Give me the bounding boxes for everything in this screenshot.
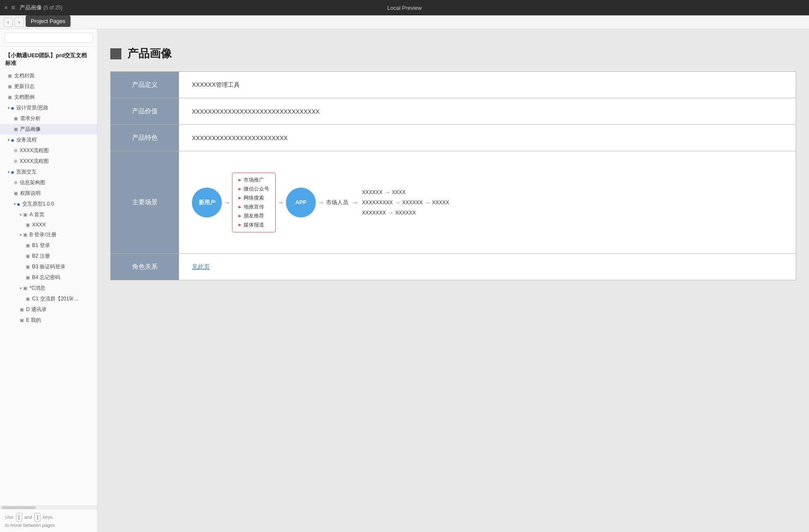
sidebar-item-label: 页面交互 (16, 168, 37, 176)
row-label-role: 角色关系 (111, 254, 179, 280)
sidebar-item-label: C1 交流群【2019/… (32, 295, 79, 303)
page-icon: ▣ (8, 94, 12, 100)
nav-back-button[interactable]: ‹ (3, 18, 13, 27)
toggle-icon: ▾ (20, 232, 22, 237)
sidebar-item-b1[interactable]: ▣ B1 登录 (0, 240, 97, 251)
sidebar-item-biz-flow[interactable]: ▾ ■ 业务流程 (0, 135, 97, 145)
sidebar-search-area (0, 29, 97, 47)
sidebar-item-doc-example[interactable]: ▣ 文档图例 (0, 92, 97, 103)
page-icon: ▣ (26, 222, 30, 228)
sidebar-item-req-analysis[interactable]: ▣ 需求分析 (0, 113, 97, 124)
flow-channel-item-2: 微信公众号 (238, 185, 269, 193)
row-label-value: 产品价值 (111, 98, 179, 125)
sidebar-item-perm-desc[interactable]: ▣ 权限说明 (0, 188, 97, 199)
sidebar-item-update-log[interactable]: ▣ 更新日志 (0, 81, 97, 92)
flow-node-app: APP (286, 188, 316, 218)
search-input[interactable] (4, 32, 93, 43)
page-icon: ▣ (14, 191, 18, 196)
flow-arrow-2: → (277, 199, 284, 206)
page-icon: ▣ (20, 307, 24, 312)
folder-icon: ■ (11, 138, 14, 143)
flow-chain-text: XXXX (392, 189, 406, 195)
sidebar-item-c1[interactable]: ▣ C1 交流群【2019/… (0, 294, 97, 304)
product-table: 产品定义 XXXXXX管理工具 产品价值 XXXXXXXXXXXXXXXXXXX… (110, 71, 796, 280)
key-right: ] (34, 513, 41, 522)
flow-market-person: 市场人员 (326, 199, 348, 206)
project-pages-badge[interactable]: Project Pages (26, 15, 71, 27)
row-content-definition: XXXXXX管理工具 (179, 72, 796, 98)
key-left: [ (16, 513, 22, 522)
hint-text: Use (5, 514, 15, 520)
flow-arrow-1: → (224, 199, 230, 206)
sidebar-item-page-a-home[interactable]: ▾ ▣ A 首页 (0, 209, 97, 220)
sidebar-item-label: 权限说明 (20, 190, 41, 197)
sidebar-item-e[interactable]: ▣ E 我的 (0, 315, 97, 326)
flow-channel-box: 市场推广 微信公众号 网络搜索 地推宣传 朋友推荐 媒体报道 (232, 173, 276, 232)
sidebar-hint: Use [ and ] keys to move between pages (0, 509, 97, 532)
table-row-role: 角色关系 见此页 (111, 254, 796, 280)
toggle-icon: ▾ (20, 286, 22, 291)
sidebar-item-doc-cover[interactable]: ▣ 文档封面 (0, 71, 97, 81)
nav-forward-button[interactable]: › (15, 18, 24, 27)
flow-chain-text: XXXXXX (362, 189, 382, 195)
sidebar-item-interact-proto[interactable]: ▾ ■ 交互原型1.0.0 (0, 199, 97, 209)
preview-label: Local Preview (387, 5, 422, 11)
sidebar-item-label: 业务流程 (16, 136, 37, 144)
sidebar-item-b4[interactable]: ▣ B4 忘记密码 (0, 272, 97, 283)
row-content-scene: 新用户 → 市场推广 微信公众号 网络搜索 地推宣传 朋友推荐 媒体报道 (179, 151, 796, 254)
page-icon: ▣ (26, 253, 30, 259)
role-relation-link[interactable]: 见此页 (192, 263, 210, 270)
toggle-icon: ▾ (8, 106, 10, 110)
project-title: 【小鹅通UED团队】prd交互文档标准 (0, 49, 97, 71)
flow-chain-text: XXXXX (432, 200, 449, 206)
sidebar-item-flow2[interactable]: ⊕ XXXX流程图 (0, 156, 97, 167)
sidebar-item-b3[interactable]: ▣ B3 验证码登录 (0, 262, 97, 272)
sidebar-item-xxxx[interactable]: ▣ XXXX (0, 220, 97, 229)
close-icon[interactable]: × (4, 4, 8, 11)
page-icon: ▣ (23, 212, 27, 218)
sidebar-item-product-image[interactable]: ▣ 产品画像 (0, 124, 97, 135)
menu-icon[interactable]: ≡ (11, 4, 15, 12)
sidebar-item-label: D 通讯录 (26, 306, 47, 313)
sidebar-item-label: 设计背景/思路 (16, 104, 48, 112)
flow-page-icon: ⊕ (14, 148, 18, 153)
folder-icon: ■ (11, 106, 14, 111)
sidebar: 【小鹅通UED团队】prd交互文档标准 ▣ 文档封面 ▣ 更新日志 ▣ 文档图例… (0, 29, 97, 532)
page-icon: ▣ (26, 264, 30, 270)
sidebar-item-d[interactable]: ▣ D 通讯录 (0, 304, 97, 315)
toggle-icon: ▾ (14, 202, 16, 206)
sidebar-tree: 【小鹅通UED团队】prd交互文档标准 ▣ 文档封面 ▣ 更新日志 ▣ 文档图例… (0, 47, 97, 506)
sidebar-item-label: B2 注册 (32, 253, 50, 260)
sidebar-horizontal-scroll[interactable] (0, 506, 97, 509)
sidebar-item-design-bg[interactable]: ▾ ■ 设计背景/思路 (0, 103, 97, 113)
page-title-row: 产品画像 (110, 46, 796, 61)
sidebar-item-label: E 我的 (26, 317, 41, 324)
sidebar-item-label: 交互原型1.0.0 (22, 200, 54, 208)
nav-row: ‹ › (0, 15, 809, 29)
flow-channel-item-4: 地推宣传 (238, 203, 269, 211)
flow-page-icon: ⊕ (14, 180, 18, 185)
flow-chain-text: XXXXXX (395, 210, 416, 216)
folder-icon: ■ (17, 202, 20, 207)
sidebar-item-label: 需求分析 (20, 115, 41, 122)
row-content-value: XXXXXXXXXXXXXXXXXXXXXXXXXXXXXXXX (179, 98, 796, 125)
sidebar-item-flow1[interactable]: ⊕ XXXX流程图 (0, 145, 97, 156)
top-bar: × ≡ 产品画像 (5 of 25) Local Preview Project… (0, 0, 809, 15)
page-icon: ▣ (20, 317, 24, 323)
flow-channel-item-5: 朋友推荐 (238, 212, 269, 220)
sidebar-item-info-arch[interactable]: ⊕ 信息架构图 (0, 177, 97, 188)
sidebar-item-page-interact[interactable]: ▾ ■ 页面交互 (0, 167, 97, 177)
flow-channel-item-1: 市场推广 (238, 176, 269, 184)
sidebar-item-label: B3 验证码登录 (32, 263, 65, 270)
sidebar-item-b2[interactable]: ▣ B2 注册 (0, 251, 97, 262)
sidebar-item-page-b-login[interactable]: ▾ ▣ B 登录/注册 (0, 229, 97, 240)
flow-right-row-1: XXXXXX → XXXX (362, 189, 449, 196)
toggle-icon: ▾ (20, 212, 22, 217)
flow-channel-item-6: 媒体报道 (238, 221, 269, 229)
sidebar-item-label: 产品画像 (20, 126, 41, 133)
sidebar-item-c-msg[interactable]: ▾ ▣ *C消息 (0, 283, 97, 294)
hint-and: and (24, 514, 33, 520)
flow-arrow-4: → (352, 199, 359, 206)
hint-keys: keys (43, 514, 53, 520)
table-row-scene: 主要场景 新用户 → 市场推广 微信公众号 网络搜 (111, 151, 796, 254)
